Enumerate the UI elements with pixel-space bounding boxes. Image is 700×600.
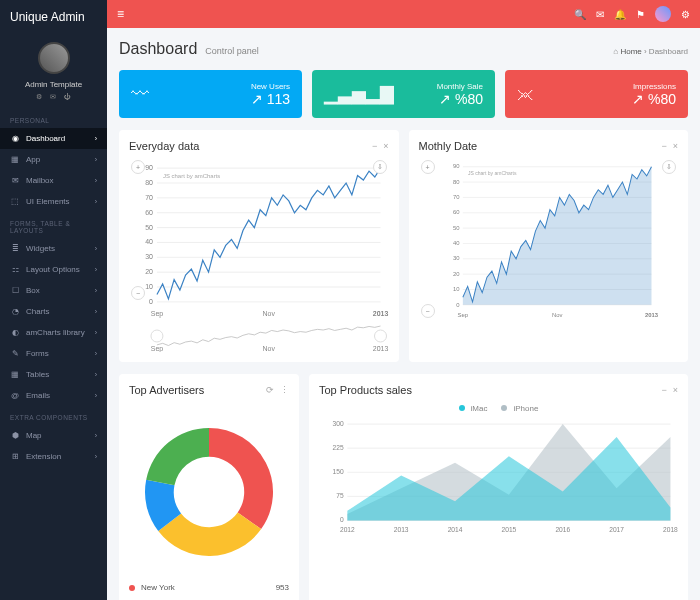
export-handle[interactable]: ⇩ [662, 160, 676, 174]
svg-text:2014: 2014 [448, 526, 463, 533]
zoom-in-handle[interactable]: + [131, 160, 145, 174]
sidebar-item-layout[interactable]: ⚏Layout Options› [0, 259, 107, 280]
svg-text:Nov: Nov [263, 310, 276, 317]
svg-text:20: 20 [452, 271, 459, 277]
svg-text:10: 10 [452, 286, 459, 292]
brand-title: Unique Admin [0, 0, 107, 34]
stat-card-monthly-sale[interactable]: ▁▃▅▂▇ Monthly Sale↗ %80 [312, 70, 495, 118]
everyday-chart: + − ⇩ 0102030405060708090SepNov2013JS ch… [129, 160, 389, 320]
sidebar-item-emails[interactable]: @Emails› [0, 385, 107, 406]
sidebar-item-ui[interactable]: ⬚UI Elements› [0, 191, 107, 212]
svg-text:60: 60 [452, 209, 459, 215]
svg-text:90: 90 [452, 163, 459, 169]
svg-text:75: 75 [336, 492, 344, 499]
bell-icon[interactable]: 🔔 [614, 9, 626, 20]
svg-point-25 [375, 330, 387, 342]
flag-icon[interactable]: ⚑ [636, 9, 645, 20]
mail-icon[interactable]: ✉ [50, 93, 56, 101]
advertisers-donut [129, 404, 289, 580]
profile-block: Admin Template ⚙ ✉ ⏻ [0, 34, 107, 109]
minimize-icon[interactable]: − [661, 141, 666, 151]
sidebar-item-dashboard[interactable]: ◉Dashboard› [0, 128, 107, 149]
svg-text:80: 80 [145, 179, 153, 186]
pulse-icon: ⩙ [517, 84, 535, 105]
sidebar-item-forms[interactable]: ✎Forms› [0, 343, 107, 364]
export-handle[interactable]: ⇩ [373, 160, 387, 174]
table-icon: ▦ [10, 370, 20, 379]
svg-point-24 [151, 330, 163, 342]
close-icon[interactable]: × [673, 385, 678, 395]
svg-text:50: 50 [452, 225, 459, 231]
refresh-icon[interactable]: ⟳ [266, 385, 274, 395]
sidebar-item-app[interactable]: ▦App› [0, 149, 107, 170]
svg-text:40: 40 [145, 238, 153, 245]
power-icon[interactable]: ⏻ [64, 93, 71, 101]
amcharts-icon: ◐ [10, 328, 20, 337]
user-avatar[interactable] [655, 6, 671, 22]
avatar[interactable] [38, 42, 70, 74]
svg-text:Nov: Nov [263, 345, 276, 352]
chevron-right-icon: › [95, 135, 97, 142]
legend-item: iMac [459, 404, 488, 413]
gear-icon[interactable]: ⚙ [681, 9, 690, 20]
envelope-icon: ✉ [10, 176, 20, 185]
section-forms: FORMS, TABLE & LAYOUTS [0, 212, 107, 238]
legend-item: iPhone [501, 404, 538, 413]
mail-icon[interactable]: ✉ [596, 9, 604, 20]
close-icon[interactable]: ⋮ [280, 385, 289, 395]
sidebar-item-box[interactable]: ☐Box› [0, 280, 107, 301]
form-icon: ✎ [10, 349, 20, 358]
sidebar-item-charts[interactable]: ◔Charts› [0, 301, 107, 322]
breadcrumb: ⌂ Home › Dashboard [613, 47, 688, 56]
svg-text:2016: 2016 [555, 526, 570, 533]
page-subtitle: Control panel [205, 46, 259, 56]
sidebar-item-widgets[interactable]: ≣Widgets› [0, 238, 107, 259]
svg-text:2013: 2013 [394, 526, 409, 533]
zoom-out-handle[interactable]: − [131, 286, 145, 300]
svg-text:70: 70 [145, 194, 153, 201]
box-icon: ☐ [10, 286, 20, 295]
minimize-icon[interactable]: − [372, 141, 377, 151]
layout-icon: ⚏ [10, 265, 20, 274]
svg-text:JS chart by amCharts: JS chart by amCharts [163, 173, 220, 179]
panel-products: Top Products sales −× iMaciPhone 0751502… [309, 374, 688, 600]
zoom-in-handle[interactable]: + [421, 160, 435, 174]
svg-text:2013: 2013 [644, 312, 658, 318]
menu-toggle-icon[interactable]: ≡ [117, 7, 124, 21]
svg-text:20: 20 [145, 268, 153, 275]
close-icon[interactable]: × [673, 141, 678, 151]
gear-icon[interactable]: ⚙ [36, 93, 42, 101]
bars-icon: ▁▃▅▂▇ [324, 83, 394, 105]
sidebar-item-extension[interactable]: ⊞Extension› [0, 446, 107, 467]
sidebar-item-tables[interactable]: ▦Tables› [0, 364, 107, 385]
sidebar-item-map[interactable]: ⬢Map› [0, 425, 107, 446]
panel-mothly: Mothly Date −× + − ⇩ 0102030405060708090… [409, 130, 689, 362]
sidebar: Unique Admin Admin Template ⚙ ✉ ⏻ PERSON… [0, 0, 107, 600]
svg-text:0: 0 [149, 298, 153, 305]
sidebar-item-amcharts[interactable]: ◐amCharts library› [0, 322, 107, 343]
zoom-out-handle[interactable]: − [421, 304, 435, 318]
pie-icon: ◔ [10, 307, 20, 316]
svg-text:0: 0 [456, 302, 460, 308]
page-title: Dashboard [119, 40, 197, 58]
panel-everyday: Everyday data −× + − ⇩ 01020304050607080… [119, 130, 399, 362]
search-icon[interactable]: 🔍 [574, 9, 586, 20]
svg-text:0: 0 [340, 516, 344, 523]
everyday-scrollbar-chart[interactable]: SepNov2013 [129, 324, 389, 352]
svg-text:2012: 2012 [340, 526, 355, 533]
panel-advertisers: Top Advertisers ⟳⋮ New York953Los Angele… [119, 374, 299, 600]
svg-text:2018: 2018 [663, 526, 678, 533]
svg-text:225: 225 [333, 444, 344, 451]
dashboard-icon: ◉ [10, 134, 20, 143]
svg-text:300: 300 [333, 420, 344, 427]
minimize-icon[interactable]: − [661, 385, 666, 395]
svg-text:2013: 2013 [373, 310, 389, 317]
sidebar-item-mailbox[interactable]: ✉Mailbox› [0, 170, 107, 191]
close-icon[interactable]: × [383, 141, 388, 151]
svg-text:80: 80 [452, 179, 459, 185]
stat-card-new-users[interactable]: 〰 New Users↗ 113 [119, 70, 302, 118]
svg-text:150: 150 [333, 468, 344, 475]
stat-card-impressions[interactable]: ⩙ Impressions↗ %80 [505, 70, 688, 118]
svg-text:60: 60 [145, 209, 153, 216]
svg-text:90: 90 [145, 164, 153, 171]
